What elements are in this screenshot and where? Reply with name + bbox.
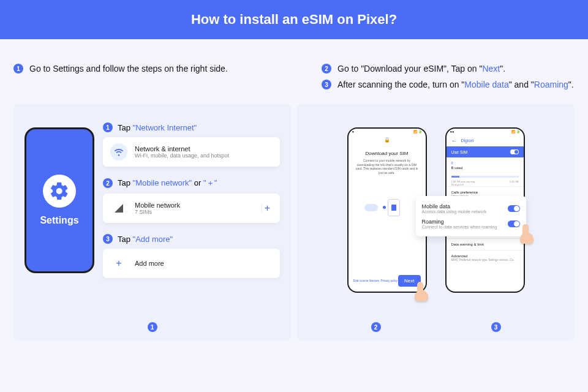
card-title: Mobile network bbox=[135, 202, 180, 209]
mobile-data-row[interactable]: Mobile data Access data using mobile net… bbox=[422, 201, 520, 216]
lock-icon: 🔒 bbox=[384, 137, 390, 143]
gear-icon bbox=[43, 175, 76, 208]
footer-links[interactable]: Scan source licenses. Privacy policy bbox=[353, 279, 398, 282]
card-title: Network & internet bbox=[135, 145, 229, 153]
substep-badge: 3 bbox=[103, 234, 113, 244]
add-more-card[interactable]: + Add more bbox=[103, 249, 280, 278]
next-button[interactable]: Next bbox=[398, 275, 420, 287]
toggle-on-icon[interactable] bbox=[510, 149, 519, 154]
sim-card-icon bbox=[388, 199, 400, 216]
advanced-row[interactable]: Advanced MMS, Preferred network type, Se… bbox=[447, 250, 524, 265]
status-bar: ●📶🔋 bbox=[349, 129, 426, 135]
highlight-mobile-data: Mobile data bbox=[464, 80, 508, 89]
intro-step-1-text: Go to Settings and follow the steps on t… bbox=[29, 64, 228, 74]
carrier-name: Digicel bbox=[461, 138, 474, 143]
usage-label: B used bbox=[451, 166, 519, 170]
settings-phone-mock: Settings bbox=[24, 127, 94, 273]
status-bar: ●●📶🔋 bbox=[447, 129, 524, 135]
wifi-icon bbox=[110, 143, 127, 160]
highlight-next: Next bbox=[482, 64, 500, 74]
toggle-on-icon[interactable] bbox=[508, 205, 520, 212]
intro-step-3-text: After scanning the code, turn on "Mobile… bbox=[337, 80, 574, 89]
mobile-data-title: Mobile data bbox=[422, 203, 487, 209]
download-sim-phone: ●📶🔋 🔒 Download your SIM Connect to your … bbox=[347, 127, 427, 293]
step-number-badge: 3 bbox=[322, 80, 331, 89]
substep-2: 2 Tap "Mobile network" or "＋" Mobile net… bbox=[103, 178, 280, 223]
intro-step-3: 3 After scanning the code, turn on "Mobi… bbox=[322, 80, 575, 89]
roaming-title: Roaming bbox=[422, 219, 497, 225]
step-number-badge: 2 bbox=[322, 64, 331, 74]
roaming-row[interactable]: Roaming Connect to data services when ro… bbox=[422, 216, 520, 232]
highlight-roaming: Roaming bbox=[534, 80, 568, 89]
data-warning-row[interactable]: Data warning & limit bbox=[447, 238, 524, 250]
usage-zero: 0 bbox=[451, 161, 519, 165]
page-title: How to install an eSIM on Pixel? bbox=[191, 12, 397, 28]
toggles-popout: Mobile data Access data using mobile net… bbox=[416, 196, 526, 236]
download-sim-subtitle: Connect to your mobile network by downlo… bbox=[353, 159, 421, 175]
panel-number-badge: 1 bbox=[148, 322, 157, 332]
panel-number-badge: 2 bbox=[371, 322, 381, 332]
download-sim-title: Download your SIM bbox=[353, 151, 421, 156]
roaming-sub: Connect to data services when roaming bbox=[422, 225, 497, 229]
network-internet-card[interactable]: Network & internet Wi-Fi, mobile, data u… bbox=[103, 137, 280, 167]
back-arrow-icon[interactable]: ← bbox=[451, 137, 458, 144]
substep-badge: 1 bbox=[103, 123, 113, 132]
signal-icon bbox=[110, 200, 127, 217]
card-title: Add more bbox=[135, 260, 164, 267]
toggle-on-icon[interactable] bbox=[508, 221, 520, 227]
substep-badge: 2 bbox=[103, 178, 113, 188]
use-sim-row[interactable]: Use SIM bbox=[447, 146, 524, 157]
panel-1: Settings 1 Tap "Network Internet" Networ… bbox=[13, 104, 291, 341]
panel-number-badge: 3 bbox=[491, 322, 501, 332]
substep-1: 1 Tap "Network Internet" Network & inter… bbox=[103, 123, 280, 167]
plus-icon: + bbox=[110, 255, 127, 272]
intro-step-1: 1 Go to Settings and follow the steps on… bbox=[13, 64, 266, 74]
intro-step-2: 2 Go to "Download your eSIM", Tap on "Ne… bbox=[322, 64, 575, 74]
sim-illustration bbox=[358, 186, 416, 222]
plus-icon[interactable]: + bbox=[262, 203, 273, 214]
cloud-icon bbox=[364, 204, 378, 211]
step-number-badge: 1 bbox=[13, 64, 23, 74]
mobile-network-card[interactable]: Mobile network 7 SIMs + bbox=[103, 194, 280, 223]
mobile-data-sub: Access data using mobile network bbox=[422, 209, 487, 214]
sim-settings-phone: ●●📶🔋 ← Digicel Use SIM 0 B used bbox=[445, 127, 525, 293]
card-subtitle: Wi-Fi, mobile, data usage, and hotspot bbox=[135, 153, 229, 159]
panels: Settings 1 Tap "Network Internet" Networ… bbox=[0, 104, 588, 341]
panel-2: ●📶🔋 🔒 Download your SIM Connect to your … bbox=[297, 104, 575, 341]
page-header: How to install an eSIM on Pixel? bbox=[0, 0, 588, 39]
substep-3: 3 Tap "Add more" + Add more bbox=[103, 234, 280, 278]
card-subtitle: 7 SIMs bbox=[135, 209, 180, 215]
settings-label: Settings bbox=[40, 215, 78, 226]
back-bar[interactable]: ← Digicel bbox=[447, 135, 524, 146]
intro-step-2-text: Go to "Download your eSIM", Tap on "Next… bbox=[337, 64, 505, 74]
usage-bar bbox=[451, 176, 519, 178]
intro-instructions: 1 Go to Settings and follow the steps on… bbox=[0, 39, 588, 104]
